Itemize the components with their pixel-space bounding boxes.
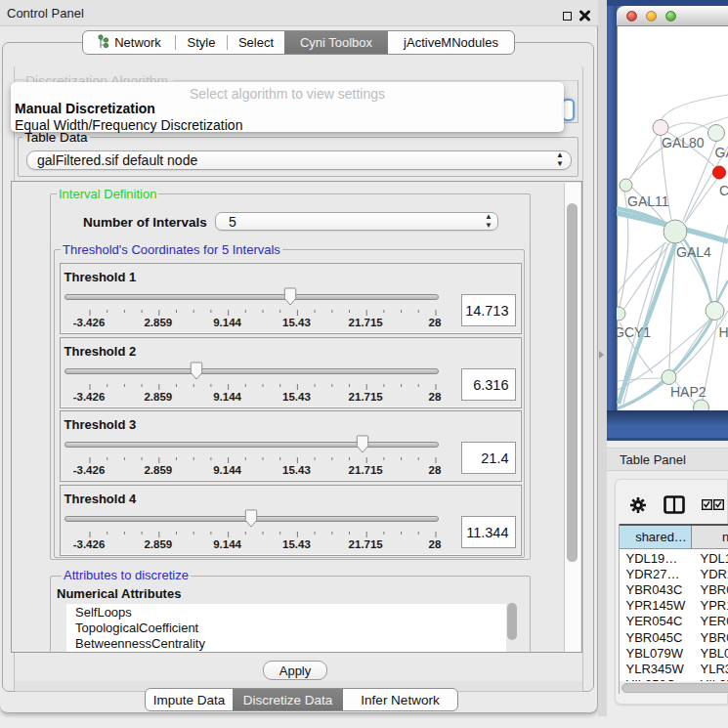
svg-text:C: C <box>719 183 728 198</box>
svg-text:GAL11: GAL11 <box>627 193 669 209</box>
svg-text:GA: GA <box>715 145 728 160</box>
svg-text:GAL4: GAL4 <box>676 244 711 260</box>
svg-text:HAP2: HAP2 <box>670 384 707 400</box>
svg-text:GAL80: GAL80 <box>662 135 705 150</box>
svg-text:GCY1: GCY1 <box>617 324 651 340</box>
svg-text:H: H <box>719 324 728 340</box>
